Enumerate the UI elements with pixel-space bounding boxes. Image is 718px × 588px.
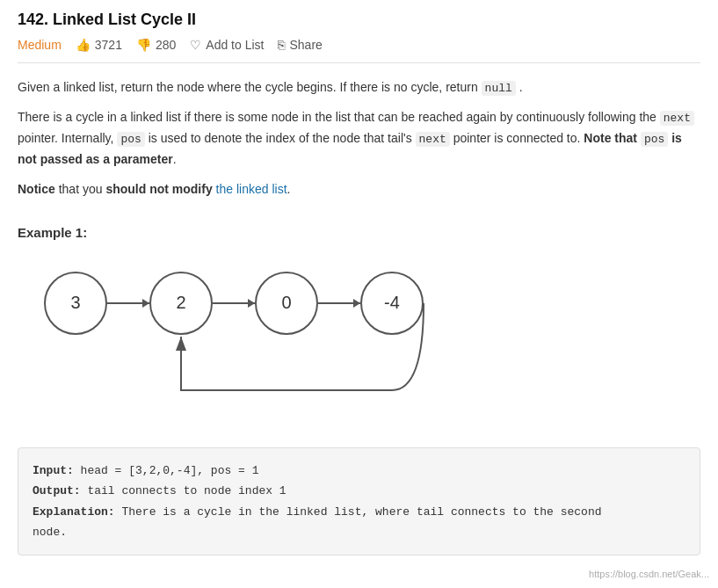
upvote-button[interactable]: 👍 3721: [76, 38, 122, 52]
desc-line2-end: is used to denote the index of the node …: [145, 131, 416, 145]
add-to-list-label: Add to List: [206, 38, 264, 52]
share-icon: ⎘: [278, 38, 285, 52]
desc-line2-start: There is a cycle in a linked list if the…: [18, 110, 660, 124]
desc-line2-mid: pointer. Internally,: [18, 131, 117, 145]
node-neg4-value: -4: [384, 293, 400, 313]
code-line4: node.: [33, 522, 685, 542]
code-input-kw: Input:: [33, 464, 74, 477]
example-diagram: 3 2 0 -4: [44, 254, 700, 430]
should-not-modify: should not modify: [105, 182, 212, 196]
code-output-rest: tail connects to node index 1: [81, 484, 286, 497]
desc-line1: Given a linked list, return the node whe…: [18, 80, 482, 94]
notice-rest: that you: [55, 182, 106, 196]
code-line3: Explanation: There is a cycle in the lin…: [33, 502, 685, 522]
thumbs-up-icon: 👍: [76, 38, 91, 52]
difficulty-badge[interactable]: Medium: [18, 38, 62, 52]
pos-code2: pos: [641, 132, 668, 147]
meta-row: Medium 👍 3721 👎 280 ♡ Add to List ⎘ Shar…: [18, 38, 700, 63]
thumbs-down-icon: 👎: [136, 38, 151, 52]
page-title: 142. Linked List Cycle II: [18, 11, 700, 29]
downvote-count: 280: [156, 38, 176, 52]
code-output-kw: Output:: [33, 484, 81, 497]
note-bold: Note that: [584, 131, 641, 145]
description-para1: Given a linked list, return the node whe…: [18, 77, 700, 98]
code-explanation-rest: There is a cycle in the linked list, whe…: [115, 505, 602, 519]
code-explanation-kw: Explanation:: [33, 505, 115, 519]
desc-line1-end: .: [516, 80, 523, 94]
pos-code1: pos: [117, 132, 144, 147]
code-input-rest: head = [3,2,0,-4], pos = 1: [74, 464, 259, 477]
code-line2: Output: tail connects to node index 1: [33, 481, 685, 501]
code-line1: Input: head = [3,2,0,-4], pos = 1: [33, 461, 685, 481]
share-button[interactable]: ⎘ Share: [278, 38, 322, 52]
description-para2: There is a cycle in a linked list if the…: [18, 107, 700, 171]
node-0: 0: [255, 272, 318, 335]
heart-icon: ♡: [190, 38, 201, 52]
node-2: 2: [149, 272, 213, 335]
upvote-count: 3721: [95, 38, 122, 52]
linked-list-link[interactable]: the linked list: [216, 182, 287, 196]
add-to-list-button[interactable]: ♡ Add to List: [190, 38, 264, 52]
example-title: Example 1:: [18, 225, 700, 240]
node-2-value: 2: [176, 293, 185, 313]
share-label: Share: [289, 38, 322, 52]
node-neg4: -4: [360, 272, 424, 335]
next-code2: next: [416, 132, 450, 147]
code-block: Input: head = [3,2,0,-4], pos = 1 Output…: [18, 447, 700, 556]
watermark: https://blog.csdn.net/Geak...: [589, 569, 709, 579]
desc-line2-end2: pointer is connected to.: [450, 131, 584, 145]
node-0-value: 0: [281, 293, 291, 313]
node-3: 3: [44, 272, 107, 335]
null-code: null: [482, 81, 516, 96]
code-line4-text: node.: [33, 526, 67, 539]
next-code1: next: [660, 111, 694, 126]
node-3-value: 3: [70, 293, 80, 313]
notice-bold: Notice: [18, 182, 55, 196]
description-para3: Notice that you should not modify the li…: [18, 179, 700, 200]
downvote-button[interactable]: 👎 280: [136, 38, 176, 52]
